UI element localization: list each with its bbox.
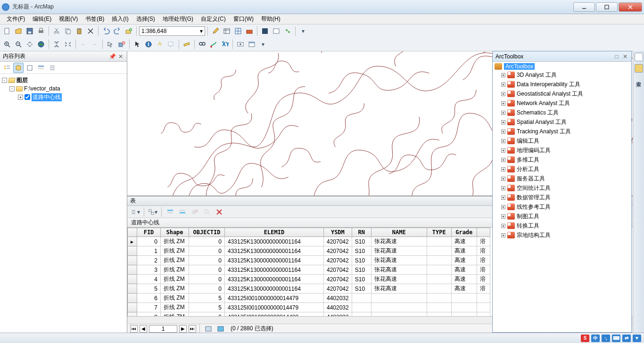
grid-cell[interactable]: 433125I0010000000014479 bbox=[225, 294, 324, 303]
row-selector[interactable] bbox=[128, 294, 137, 303]
row-selector[interactable] bbox=[128, 284, 137, 294]
grid-cell[interactable]: 4207042 bbox=[324, 275, 352, 284]
row-selector[interactable] bbox=[128, 246, 137, 256]
col-header[interactable]: YSDM bbox=[324, 228, 352, 237]
goto-xy-icon[interactable]: XY bbox=[220, 39, 230, 49]
grid-cell[interactable]: 6 bbox=[137, 294, 161, 303]
row-selector[interactable] bbox=[128, 312, 137, 317]
menu-item[interactable]: 窗口(W) bbox=[230, 14, 257, 24]
grid-cell[interactable]: 溶 bbox=[477, 275, 490, 284]
grid-cell[interactable]: 高速 bbox=[451, 256, 477, 265]
prev-extent-icon[interactable]: ← bbox=[78, 39, 89, 49]
toolbox-item[interactable]: +空间统计工具 bbox=[494, 183, 630, 193]
table-options-icon[interactable]: ▾ bbox=[130, 207, 140, 217]
nav-position-input[interactable] bbox=[149, 325, 177, 333]
grid-cell[interactable]: 433125K1300000000001164 bbox=[225, 246, 324, 256]
expand-icon[interactable]: + bbox=[501, 233, 505, 237]
time-slider-icon[interactable] bbox=[235, 39, 246, 49]
grid-cell[interactable]: 张花高速 bbox=[371, 256, 427, 265]
grid-cell[interactable] bbox=[451, 294, 477, 303]
grid-cell[interactable] bbox=[451, 312, 477, 317]
grid-cell[interactable]: 折线 ZM bbox=[161, 294, 189, 303]
toolbox-item[interactable]: +多维工具 bbox=[494, 155, 630, 164]
tree-folder[interactable]: F:\vector_data bbox=[24, 85, 60, 92]
delete-icon[interactable] bbox=[85, 26, 96, 36]
grid-cell[interactable] bbox=[427, 246, 451, 256]
grid-cell[interactable]: 溶 bbox=[477, 265, 490, 275]
grid-cell[interactable]: 0 bbox=[189, 256, 225, 265]
panel-maximize-icon[interactable]: □ bbox=[613, 53, 620, 60]
maximize-button[interactable] bbox=[596, 2, 618, 12]
print-icon[interactable] bbox=[36, 26, 46, 36]
grid-cell[interactable]: 4 bbox=[137, 275, 161, 284]
expand-icon[interactable]: + bbox=[501, 224, 505, 228]
status-tray-icon[interactable]: ▼ bbox=[633, 335, 641, 342]
grid-cell[interactable] bbox=[427, 256, 451, 265]
grid-cell[interactable]: 433125I0010000000014480 bbox=[225, 312, 324, 317]
grid-cell[interactable]: S10 bbox=[352, 256, 371, 265]
grid-cell[interactable]: 溶 bbox=[477, 284, 490, 294]
list-by-drawing-icon[interactable] bbox=[2, 63, 12, 73]
expand-icon[interactable]: + bbox=[501, 205, 505, 209]
grid-cell[interactable] bbox=[371, 312, 427, 317]
new-doc-icon[interactable] bbox=[2, 26, 12, 36]
grid-cell[interactable]: 2 bbox=[137, 256, 161, 265]
grid-cell[interactable]: 折线 ZM bbox=[161, 284, 189, 294]
status-tray-icon[interactable]: 中 bbox=[591, 335, 600, 342]
select-by-attr-icon[interactable] bbox=[165, 207, 175, 217]
catalog-tab-icon[interactable] bbox=[635, 53, 643, 61]
menu-item[interactable]: 文件(F) bbox=[3, 14, 29, 24]
grid-cell[interactable] bbox=[427, 303, 451, 312]
grid-cell[interactable]: 折线 ZM bbox=[161, 312, 189, 317]
copy-icon[interactable] bbox=[63, 26, 73, 36]
toolbox-item[interactable]: +3D Analyst 工具 bbox=[494, 70, 630, 80]
model-icon[interactable] bbox=[271, 26, 281, 36]
redo-icon[interactable] bbox=[112, 26, 123, 36]
menu-item[interactable]: 编辑(E) bbox=[29, 14, 55, 24]
cut-icon[interactable] bbox=[51, 26, 62, 36]
grid-cell[interactable]: 张花高速 bbox=[371, 275, 427, 284]
toolbox-item[interactable]: +Tracking Analyst 工具 bbox=[494, 127, 630, 136]
tree-root[interactable]: 图层 bbox=[17, 76, 28, 84]
grid-cell[interactable]: 8 bbox=[137, 312, 161, 317]
grid-cell[interactable]: 0 bbox=[189, 265, 225, 275]
toolbox-item[interactable]: +线性参考工具 bbox=[494, 202, 630, 212]
toolbox-root-label[interactable]: ArcToolbox bbox=[504, 63, 535, 70]
table-window-icon[interactable] bbox=[222, 26, 232, 36]
grid-cell[interactable]: 高速 bbox=[451, 246, 477, 256]
pin-icon[interactable]: 📌 bbox=[109, 53, 116, 60]
toolbox-item[interactable]: +地理编码工具 bbox=[494, 146, 630, 155]
dropdown-icon[interactable]: ▾ bbox=[298, 26, 308, 36]
menu-item[interactable]: 插入(I) bbox=[108, 14, 132, 24]
full-extent-icon[interactable] bbox=[36, 39, 46, 49]
col-header[interactable]: OBJECTID bbox=[189, 228, 225, 237]
grid-cell[interactable]: 4207042 bbox=[324, 246, 352, 256]
grid-cell[interactable] bbox=[451, 303, 477, 312]
grid-cell[interactable]: 7 bbox=[137, 303, 161, 312]
grid-cell[interactable]: 5 bbox=[137, 284, 161, 294]
grid-cell[interactable] bbox=[477, 303, 490, 312]
expand-icon[interactable]: + bbox=[501, 158, 505, 162]
find-route-icon[interactable] bbox=[208, 39, 219, 49]
grid-cell[interactable]: 0 bbox=[189, 275, 225, 284]
zoom-sel-icon[interactable] bbox=[202, 207, 212, 217]
grid-cell[interactable]: 张花高速 bbox=[371, 265, 427, 275]
list-by-selection-icon[interactable] bbox=[36, 63, 46, 73]
col-header[interactable]: RN bbox=[352, 228, 371, 237]
grid-cell[interactable]: 433125K1300000000001164 bbox=[225, 237, 324, 246]
grid-cell[interactable]: 0 bbox=[189, 246, 225, 256]
expand-icon[interactable]: + bbox=[501, 167, 505, 172]
expand-icon[interactable]: + bbox=[501, 139, 505, 143]
minimize-button[interactable] bbox=[573, 2, 595, 12]
clear-selection-icon[interactable] bbox=[116, 39, 127, 49]
list-by-source-icon[interactable] bbox=[13, 63, 24, 73]
grid-cell[interactable]: 3 bbox=[137, 265, 161, 275]
tree-collapse-icon[interactable]: - bbox=[9, 86, 15, 91]
status-tray-icon[interactable]: ·, bbox=[602, 335, 610, 342]
grid-cell[interactable] bbox=[427, 237, 451, 246]
add-data-icon[interactable] bbox=[124, 26, 134, 36]
hyperlink-icon[interactable] bbox=[155, 39, 165, 49]
grid-cell[interactable] bbox=[477, 294, 490, 303]
grid-cell[interactable]: 张花高速 bbox=[371, 237, 427, 246]
grid-cell[interactable]: 折线 ZM bbox=[161, 275, 189, 284]
